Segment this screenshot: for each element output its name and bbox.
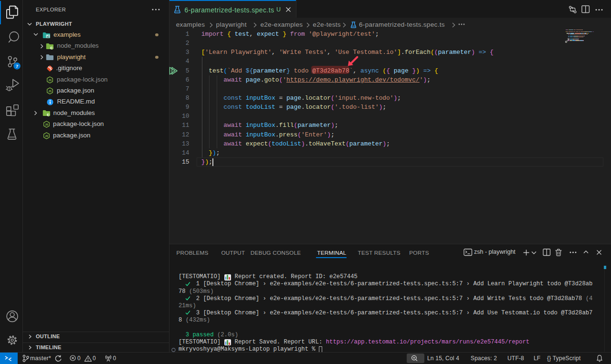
svg-text:JS: JS — [48, 90, 52, 93]
svg-text:JS: JS — [45, 134, 48, 137]
svg-text:JS: JS — [48, 78, 52, 81]
svg-text:JS: JS — [45, 123, 48, 126]
svg-text:7: 7 — [16, 63, 18, 69]
